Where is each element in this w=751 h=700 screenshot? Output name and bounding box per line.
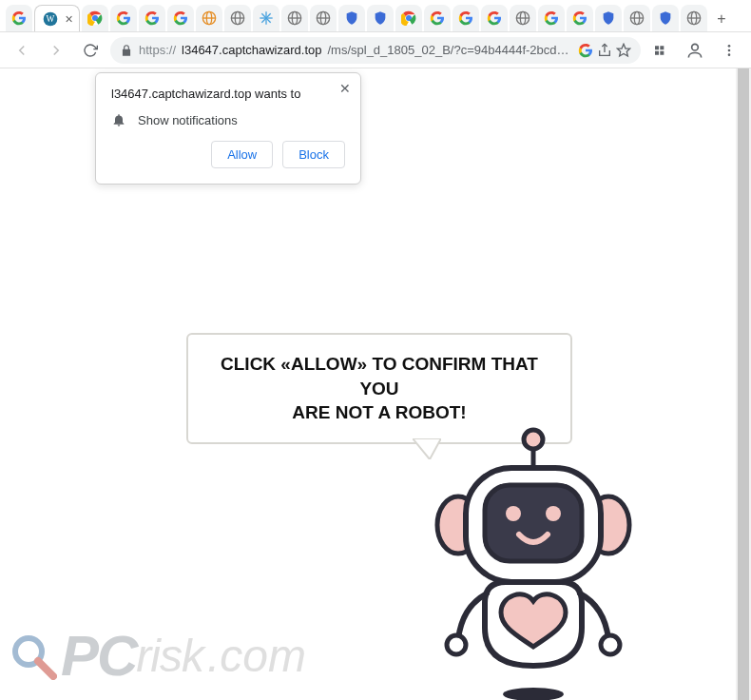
google-favicon bbox=[487, 10, 502, 26]
tab-globe-4[interactable] bbox=[310, 5, 337, 31]
watermark-pc: PC bbox=[61, 623, 136, 689]
tab-google-9[interactable] bbox=[567, 5, 593, 31]
globe-favicon-gray bbox=[316, 10, 331, 26]
shield-favicon bbox=[601, 10, 616, 26]
block-button[interactable]: Block bbox=[282, 141, 345, 168]
tab-snow[interactable] bbox=[253, 5, 279, 31]
google-favicon bbox=[144, 10, 160, 26]
google-favicon bbox=[572, 10, 587, 26]
tab-google-6[interactable] bbox=[453, 5, 479, 31]
bookmark-icon[interactable] bbox=[616, 43, 631, 58]
browser-toolbar: https://l34647.captchawizard.top/ms/spl_… bbox=[0, 32, 751, 68]
shield-favicon bbox=[658, 10, 673, 26]
tab-globe-3[interactable] bbox=[281, 5, 308, 31]
tab-globe-5[interactable] bbox=[510, 5, 536, 31]
svg-rect-44 bbox=[485, 485, 582, 561]
profile-button[interactable] bbox=[681, 36, 709, 65]
tab-strip: W ✕ + bbox=[0, 0, 734, 31]
tab-globe-1[interactable] bbox=[196, 5, 222, 31]
svg-marker-32 bbox=[617, 44, 629, 56]
google-favicon bbox=[430, 10, 445, 26]
permission-row: Show notifications bbox=[111, 112, 345, 127]
address-bar[interactable]: https://l34647.captchawizard.top/ms/spl_… bbox=[110, 37, 641, 64]
globe-favicon-gray bbox=[515, 10, 530, 26]
watermark-logo: PC risk .com bbox=[10, 623, 306, 689]
tab-globe-7[interactable] bbox=[681, 5, 707, 31]
google-favicon bbox=[11, 10, 27, 26]
url-scheme: https:// bbox=[139, 43, 176, 57]
back-button[interactable] bbox=[8, 36, 36, 65]
svg-point-48 bbox=[601, 635, 620, 654]
window-controls: – ☐ ✕ bbox=[734, 3, 751, 31]
svg-text:W: W bbox=[47, 14, 55, 24]
globe-favicon-gray bbox=[287, 10, 302, 26]
tab-shield-1[interactable] bbox=[338, 5, 365, 31]
titlebar: W ✕ + – ☐ ✕ bbox=[0, 0, 751, 32]
translate-icon[interactable] bbox=[578, 43, 593, 58]
google-favicon bbox=[116, 10, 131, 26]
tab-active[interactable]: W ✕ bbox=[34, 5, 80, 31]
globe-favicon-gray bbox=[686, 10, 702, 26]
google-favicon bbox=[458, 10, 473, 26]
tab-shield-4[interactable] bbox=[652, 5, 679, 31]
bell-icon bbox=[111, 112, 126, 127]
forward-button[interactable] bbox=[42, 36, 70, 65]
svg-line-51 bbox=[38, 661, 53, 676]
tab-google-1[interactable] bbox=[6, 5, 32, 31]
tab-globe-2[interactable] bbox=[224, 5, 251, 31]
chrome-favicon bbox=[87, 10, 103, 26]
svg-point-40 bbox=[524, 430, 543, 449]
tab-close-icon[interactable]: ✕ bbox=[62, 12, 75, 25]
lock-icon bbox=[120, 44, 133, 57]
extensions-button[interactable] bbox=[646, 36, 675, 65]
reload-button[interactable] bbox=[76, 36, 105, 65]
tab-google-8[interactable] bbox=[538, 5, 565, 31]
window-minimize-button[interactable]: – bbox=[734, 3, 751, 29]
magnifier-icon bbox=[10, 632, 57, 680]
globe-favicon-orange bbox=[202, 10, 217, 26]
svg-point-36 bbox=[728, 53, 731, 56]
svg-point-34 bbox=[728, 45, 731, 48]
watermark-risk: risk bbox=[136, 630, 203, 682]
tab-google-4[interactable] bbox=[167, 5, 194, 31]
svg-point-45 bbox=[506, 506, 521, 521]
tab-shield-3[interactable] bbox=[595, 5, 622, 31]
vertical-scrollbar[interactable] bbox=[736, 68, 751, 700]
bubble-text-line1: CLICK «ALLOW» TO CONFIRM THAT YOU bbox=[207, 352, 551, 400]
shield-favicon bbox=[344, 10, 359, 26]
svg-point-33 bbox=[692, 44, 699, 50]
page-viewport: ✕ l34647.captchawizard.top wants to Show… bbox=[0, 68, 751, 700]
new-tab-button[interactable]: + bbox=[709, 7, 734, 31]
watermark-com: .com bbox=[207, 630, 306, 682]
tab-chrome[interactable] bbox=[82, 5, 108, 31]
tab-shield-2[interactable] bbox=[367, 5, 394, 31]
svg-point-35 bbox=[728, 49, 731, 51]
tab-chrome-2[interactable] bbox=[395, 5, 422, 31]
svg-point-47 bbox=[447, 635, 466, 654]
url-path: /ms/spl_d_1805_02_B/?c=94b4444f-2bcd-402… bbox=[327, 43, 572, 57]
permission-title: l34647.captchawizard.top wants to bbox=[111, 87, 345, 101]
tab-google-2[interactable] bbox=[110, 5, 137, 31]
notification-permission-popup: ✕ l34647.captchawizard.top wants to Show… bbox=[95, 72, 361, 185]
globe-favicon-gray bbox=[230, 10, 245, 26]
google-favicon bbox=[173, 10, 188, 26]
wordpress-favicon: W bbox=[43, 11, 58, 27]
snowflake-favicon bbox=[259, 10, 274, 26]
svg-point-46 bbox=[546, 506, 561, 521]
robot-illustration bbox=[420, 420, 646, 700]
chrome-favicon bbox=[401, 10, 416, 26]
share-icon[interactable] bbox=[597, 43, 612, 58]
tab-google-5[interactable] bbox=[424, 5, 451, 31]
tab-google-3[interactable] bbox=[139, 5, 165, 31]
tab-google-7[interactable] bbox=[481, 5, 508, 31]
svg-point-49 bbox=[503, 688, 564, 700]
allow-button[interactable]: Allow bbox=[211, 141, 273, 168]
tab-globe-6[interactable] bbox=[624, 5, 650, 31]
menu-button[interactable] bbox=[715, 36, 743, 65]
globe-favicon-gray bbox=[629, 10, 645, 26]
url-host: l34647.captchawizard.top bbox=[182, 43, 321, 57]
permission-row-text: Show notifications bbox=[138, 113, 238, 127]
shield-favicon bbox=[373, 10, 388, 26]
google-favicon bbox=[544, 10, 559, 26]
permission-close-button[interactable]: ✕ bbox=[339, 81, 351, 96]
